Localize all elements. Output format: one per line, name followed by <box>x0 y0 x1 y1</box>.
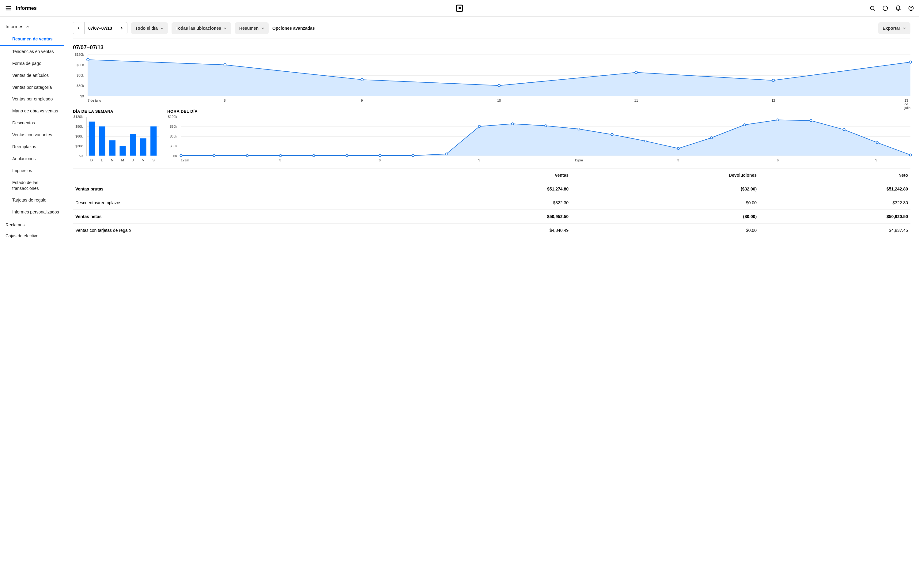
chevron-up-icon <box>26 25 29 29</box>
advanced-options-link[interactable]: Opciones avanzadas <box>272 26 315 31</box>
table-row: Ventas con tarjetas de regalo$4,840.49$0… <box>73 224 911 237</box>
sidebar-item-anulaciones[interactable]: Anulaciones <box>0 153 64 165</box>
svg-point-9 <box>224 64 226 66</box>
svg-point-37 <box>677 147 680 149</box>
sidebar-item-reclamos[interactable]: Reclamos <box>0 219 64 230</box>
sidebar-item-ventas-variantes[interactable]: Ventas con variantes <box>0 129 64 141</box>
th-label <box>73 168 420 182</box>
main-chart-title: 07/07–07/13 <box>73 44 911 51</box>
dow-chart-title: DÍA DE LA SEMANA <box>73 109 159 114</box>
table-cell: $51,274.80 <box>420 182 571 196</box>
time-filter-button[interactable]: Todo el día <box>131 23 168 34</box>
export-label: Exportar <box>883 26 900 31</box>
chevron-down-icon <box>160 27 163 30</box>
svg-point-44 <box>909 154 912 156</box>
svg-rect-16 <box>99 126 105 155</box>
sidebar-item-ventas-articulos[interactable]: Ventas de artículos <box>0 69 64 81</box>
table-cell: ($32.00) <box>571 182 759 196</box>
sidebar-item-tendencias[interactable]: Tendencias en ventas <box>0 46 64 58</box>
chevron-down-icon <box>261 27 264 30</box>
sidebar: Informes Resumen de ventas Tendencias en… <box>0 16 64 588</box>
svg-point-27 <box>346 155 348 157</box>
bell-icon[interactable] <box>895 5 901 11</box>
help-icon[interactable] <box>908 5 914 11</box>
export-button[interactable]: Exportar <box>878 23 911 34</box>
sidebar-item-forma-de-pago[interactable]: Forma de pago <box>0 58 64 69</box>
table-cell: Ventas brutas <box>73 182 420 196</box>
sidebar-section-label: Informes <box>5 24 23 29</box>
location-filter-button[interactable]: Todas las ubicaciones <box>171 23 231 34</box>
chevron-down-icon <box>903 27 906 30</box>
menu-icon[interactable] <box>5 5 11 11</box>
sidebar-item-estado-transacciones[interactable]: Estado de las transacciones <box>0 177 64 194</box>
svg-rect-15 <box>89 121 95 155</box>
svg-point-42 <box>843 129 845 131</box>
topbar: Informes <box>0 0 919 16</box>
svg-point-25 <box>279 155 281 157</box>
svg-rect-21 <box>150 126 157 155</box>
svg-rect-18 <box>120 146 126 155</box>
main-content: 07/07–07/13 Todo el día Todas las ubicac… <box>64 16 919 588</box>
svg-point-31 <box>478 125 481 128</box>
date-range-button[interactable]: 07/07–07/13 <box>84 23 116 34</box>
search-icon[interactable] <box>869 5 875 11</box>
table-cell: Descuentos/reemplazos <box>73 196 420 210</box>
table-cell: $50,952.50 <box>420 210 571 224</box>
sidebar-item-mano-de-obra[interactable]: Mano de obra vs ventas <box>0 105 64 117</box>
svg-point-13 <box>772 79 775 81</box>
chevron-down-icon <box>224 27 227 30</box>
svg-point-8 <box>87 58 89 61</box>
svg-point-32 <box>512 123 514 125</box>
sidebar-section-toggle[interactable]: Informes <box>0 22 64 33</box>
sales-summary-table: Ventas Devoluciones Neto Ventas brutas$5… <box>73 168 911 237</box>
table-cell: $4,837.45 <box>759 224 911 237</box>
summary-filter-button[interactable]: Resumen <box>235 23 269 34</box>
svg-point-5 <box>883 6 888 10</box>
table-row: Ventas brutas$51,274.80($32.00)$51,242.8… <box>73 182 911 196</box>
date-next-button[interactable] <box>116 23 127 34</box>
sidebar-item-ventas-categoria[interactable]: Ventas por categoría <box>0 81 64 94</box>
sidebar-item-resumen-de-ventas[interactable]: Resumen de ventas <box>0 33 64 46</box>
date-range-label: 07/07–07/13 <box>88 26 112 31</box>
svg-point-11 <box>498 84 501 87</box>
svg-point-36 <box>644 140 646 142</box>
table-cell: $50,920.50 <box>759 210 911 224</box>
table-cell: $322.30 <box>420 196 571 210</box>
svg-point-38 <box>711 137 712 139</box>
svg-rect-17 <box>109 140 115 155</box>
sidebar-item-descuentos[interactable]: Descuentos <box>0 117 64 129</box>
sidebar-item-tarjetas-regalo[interactable]: Tarjetas de regalo <box>0 194 64 206</box>
svg-point-24 <box>246 155 249 157</box>
sidebar-item-reemplazos[interactable]: Reemplazos <box>0 141 64 153</box>
time-filter-label: Todo el día <box>136 26 158 31</box>
svg-point-23 <box>213 155 215 157</box>
svg-point-35 <box>611 134 613 136</box>
svg-point-22 <box>180 155 182 157</box>
sidebar-item-ventas-empleado[interactable]: Ventas por empleado <box>0 93 64 105</box>
svg-point-10 <box>361 78 363 81</box>
table-cell: ($0.00) <box>571 210 759 224</box>
chat-icon[interactable] <box>882 5 888 11</box>
sales-trend-chart: $0$30k$60k$90k$120k7 de julio8910111213 … <box>73 55 911 103</box>
table-cell: $0.00 <box>571 196 759 210</box>
svg-point-43 <box>876 142 878 144</box>
hod-chart-title: HORA DEL DÍA <box>167 109 911 114</box>
square-logo-icon <box>456 5 463 12</box>
location-filter-label: Todas las ubicaciones <box>176 26 221 31</box>
table-cell: $0.00 <box>571 224 759 237</box>
svg-point-26 <box>312 155 315 157</box>
sidebar-item-cajas-efectivo[interactable]: Cajas de efectivo <box>0 230 64 241</box>
sidebar-item-impuestos[interactable]: Impuestos <box>0 165 64 177</box>
filter-bar: 07/07–07/13 Todo el día Todas las ubicac… <box>73 22 911 34</box>
th-devoluciones: Devoluciones <box>571 168 759 182</box>
table-cell: $322.30 <box>759 196 911 210</box>
svg-point-28 <box>379 155 381 157</box>
date-prev-button[interactable] <box>73 23 84 34</box>
svg-point-30 <box>445 153 447 155</box>
th-neto: Neto <box>759 168 911 182</box>
sidebar-item-informes-personalizados[interactable]: Informes personalizados <box>0 206 64 218</box>
table-row: Descuentos/reemplazos$322.30$0.00$322.30 <box>73 196 911 210</box>
svg-point-40 <box>777 119 779 121</box>
svg-line-4 <box>873 9 875 10</box>
table-cell: Ventas con tarjetas de regalo <box>73 224 420 237</box>
